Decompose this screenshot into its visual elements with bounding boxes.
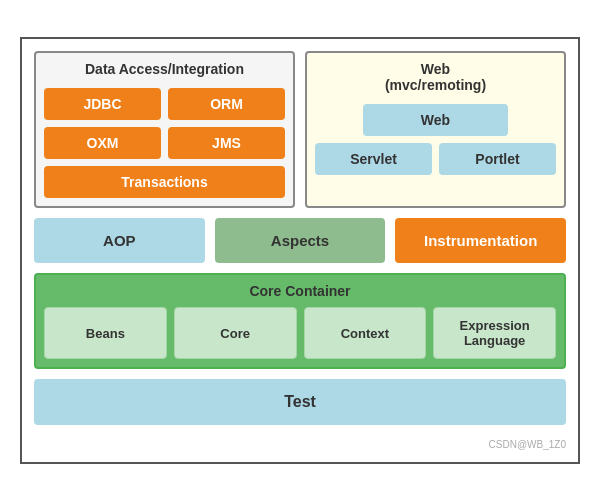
core-container-title: Core Container	[44, 283, 556, 299]
data-access-title: Data Access/Integration	[44, 61, 285, 77]
portlet-item: Portlet	[439, 143, 556, 175]
aspects-item: Aspects	[215, 218, 386, 263]
web-title-line1: Web	[421, 61, 450, 77]
data-access-section: Data Access/Integration JDBC ORM OXM JMS…	[34, 51, 295, 208]
jms-item: JMS	[168, 127, 285, 159]
context-item: Context	[304, 307, 427, 359]
test-item: Test	[34, 379, 566, 425]
jdbc-item: JDBC	[44, 88, 161, 120]
servlet-item: Servlet	[315, 143, 432, 175]
web-sub-row: Servlet Portlet	[315, 143, 556, 175]
watermark: CSDN@WB_1Z0	[34, 439, 566, 450]
core-item: Core	[174, 307, 297, 359]
web-title: Web (mvc/remoting)	[385, 61, 486, 93]
web-item: Web	[363, 104, 508, 136]
web-section: Web (mvc/remoting) Web Servlet Portlet	[305, 51, 566, 208]
instrumentation-item: Instrumentation	[395, 218, 566, 263]
orm-item: ORM	[168, 88, 285, 120]
oxm-item: OXM	[44, 127, 161, 159]
beans-item: Beans	[44, 307, 167, 359]
core-grid: Beans Core Context ExpressionLanguage	[44, 307, 556, 359]
aop-item: AOP	[34, 218, 205, 263]
spring-diagram: Data Access/Integration JDBC ORM OXM JMS…	[20, 37, 580, 464]
transactions-item: Transactions	[44, 166, 285, 198]
data-access-grid: JDBC ORM OXM JMS	[44, 88, 285, 159]
expression-language-item: ExpressionLanguage	[433, 307, 556, 359]
top-row: Data Access/Integration JDBC ORM OXM JMS…	[34, 51, 566, 208]
core-container-section: Core Container Beans Core Context Expres…	[34, 273, 566, 369]
middle-row: AOP Aspects Instrumentation	[34, 218, 566, 263]
web-title-line2: (mvc/remoting)	[385, 77, 486, 93]
